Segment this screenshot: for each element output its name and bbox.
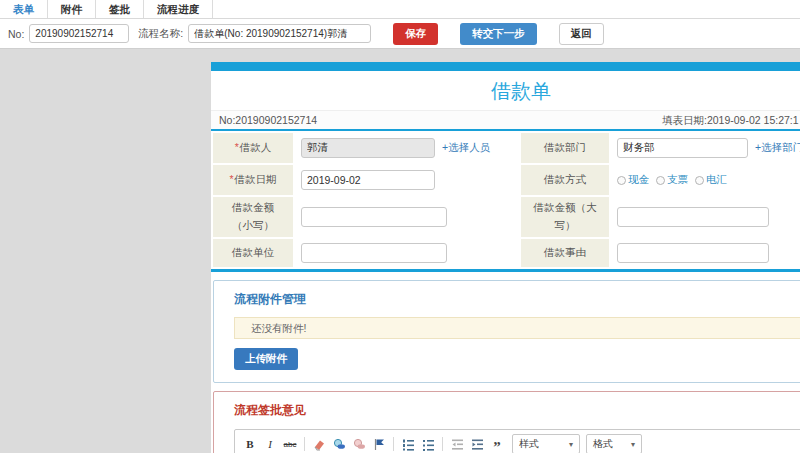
required-mark: * [235,141,239,153]
loan-date-label: *借款日期 [213,165,293,195]
loan-unit-label: 借款单位 [213,239,293,267]
amount-lower-label: 借款金额（小写） [213,197,293,237]
dept-label: 借款部门 [521,133,609,163]
radio-icon[interactable] [656,176,665,185]
link-icon[interactable] [330,435,348,453]
amount-lower-input[interactable] [301,207,447,227]
toolbar-separator [393,437,394,451]
back-button[interactable]: 返回 [559,23,604,45]
panel-top-bar [211,62,800,71]
no-attachments-alert: 还没有附件! [234,317,800,339]
required-mark: * [229,173,233,185]
toolbar-separator [304,437,305,451]
dept-input[interactable] [617,138,748,158]
chevron-down-icon: ▾ [569,440,573,449]
fill-date: 填表日期:2019-09-02 15:27:1 [662,114,799,128]
divider [211,269,800,272]
loan-unit-input[interactable] [301,243,447,263]
radio-wire-transfer[interactable]: 电汇 [695,173,727,187]
approval-section: 流程签批意见 B I abc [213,391,800,453]
numbered-list-icon[interactable] [399,435,417,453]
form-row-4: 借款单位 借款事由 [213,239,800,267]
process-name-input[interactable] [188,24,371,43]
screen: 表单 附件 签批 流程进度 No: 流程名称: 保存 转交下一步 返回 借款单 … [0,0,800,453]
page-title: 借款单 [211,71,800,110]
format-dropdown[interactable]: 格式 ▾ [586,434,642,453]
borrower-input[interactable] [301,138,435,158]
unlink-icon[interactable] [350,435,368,453]
toolbar-separator [442,437,443,451]
blockquote-icon[interactable]: ” [488,435,506,453]
bold-icon[interactable]: B [241,435,259,453]
anchor-flag-icon[interactable] [370,435,388,453]
tab-progress[interactable]: 流程进度 [144,0,213,18]
remove-format-icon[interactable] [310,435,328,453]
tab-bar: 表单 附件 签批 流程进度 [0,0,800,19]
select-dept-link[interactable]: +选择部门 [755,141,800,155]
styles-dropdown[interactable]: 样式 ▾ [512,434,580,453]
tab-form[interactable]: 表单 [0,0,48,18]
loan-method-radios: 现金 支票 电汇 [617,173,727,187]
select-person-link[interactable]: +选择人员 [442,141,490,155]
bulleted-list-icon[interactable] [419,435,437,453]
save-button[interactable]: 保存 [393,23,438,45]
loan-form-panel: 借款单 No:20190902152714 填表日期:2019-09-02 15… [211,62,800,453]
editor-toolbar: B I abc [235,430,800,453]
loan-reason-input[interactable] [617,243,769,263]
amount-upper-label: 借款金额（大写） [521,197,609,237]
meta-row: No:20190902152714 填表日期:2019-09-02 15:27:… [211,110,800,129]
loan-form: *借款人 +选择人员 借款部门 +选择部门 *借款日期 [211,131,800,269]
tab-approvals[interactable]: 签批 [96,0,144,18]
amount-upper-input[interactable] [617,207,769,227]
form-row-2: *借款日期 借款方式 现金 支票 [213,165,800,195]
fill-date-label: 填表日期: [662,114,707,126]
fill-date-value: 2019-09-02 15:27:1 [707,114,799,126]
no-input[interactable] [29,24,129,43]
doc-number: No:20190902152714 [219,114,317,126]
indent-icon[interactable] [468,435,486,453]
approval-heading: 流程签批意见 [234,402,800,419]
radio-icon[interactable] [617,176,626,185]
process-name-label: 流程名称: [138,27,183,41]
radio-icon[interactable] [695,176,704,185]
forward-next-step-button[interactable]: 转交下一步 [460,23,537,45]
loan-method-label: 借款方式 [521,165,609,195]
loan-reason-label: 借款事由 [521,239,609,267]
attachments-section: 流程附件管理 还没有附件! 上传附件 [213,280,800,383]
italic-icon[interactable]: I [261,435,279,453]
borrower-label: *借款人 [213,133,293,163]
radio-cheque[interactable]: 支票 [656,173,688,187]
chevron-down-icon: ▾ [631,440,635,449]
rich-text-editor: B I abc [234,429,800,453]
form-row-3: 借款金额（小写） 借款金额（大写） [213,197,800,237]
loan-date-input[interactable] [301,170,435,190]
outdent-icon[interactable] [448,435,466,453]
radio-cash[interactable]: 现金 [617,173,649,187]
attachments-heading: 流程附件管理 [234,291,800,308]
form-row-1: *借款人 +选择人员 借款部门 +选择部门 [213,133,800,163]
tab-attachments[interactable]: 附件 [48,0,96,18]
upload-attachment-button[interactable]: 上传附件 [234,348,298,370]
command-bar: No: 流程名称: 保存 转交下一步 返回 [0,19,800,49]
strikethrough-icon[interactable]: abc [281,435,299,453]
no-label: No: [8,28,24,40]
